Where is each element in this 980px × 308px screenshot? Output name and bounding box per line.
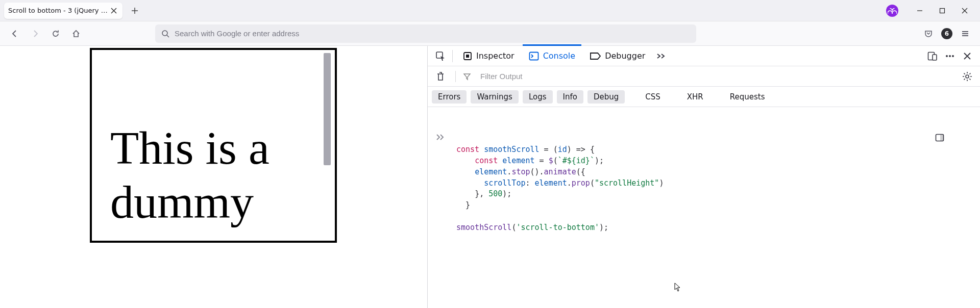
kebab-menu-button[interactable] [942,48,958,64]
svg-rect-13 [940,134,944,141]
dummy-text: This is a dummy [110,50,316,229]
chip-debug[interactable]: Debug [587,90,625,104]
tabs-overflow-button[interactable] [653,48,669,64]
responsive-mode-button[interactable] [925,48,940,64]
extensions-count-badge[interactable]: 6 [941,28,952,39]
debugger-icon [590,52,601,60]
chip-info[interactable]: Info [557,90,583,104]
browser-navbar: 6 [0,21,980,46]
tab-console[interactable]: Console [523,46,582,66]
window-close-button[interactable] [953,3,976,18]
svg-point-10 [952,55,954,57]
tab-debugger[interactable]: Debugger [583,46,651,66]
svg-point-11 [966,75,969,78]
window-tabbar: Scroll to bottom - 3 (jQuery smooth [0,0,980,21]
account-badge[interactable] [886,5,898,17]
chip-logs[interactable]: Logs [523,90,553,104]
clear-console-button[interactable] [433,69,448,84]
tab-inspector-label: Inspector [476,51,514,61]
devtools-tabs: Inspector Console Debugger [428,46,980,66]
home-button[interactable] [68,26,84,41]
browser-tab[interactable]: Scroll to bottom - 3 (jQuery smooth [4,3,122,19]
console-filter-input[interactable] [479,70,952,83]
chip-errors[interactable]: Errors [432,90,467,104]
close-tab-icon[interactable] [109,6,118,15]
url-bar[interactable] [155,24,696,43]
console-input-code[interactable]: const smoothScroll = (id) => { const ele… [456,144,972,233]
window-maximize-button[interactable] [931,3,953,18]
svg-point-8 [946,55,948,57]
tab-console-label: Console [543,51,576,61]
console-icon [529,52,539,61]
editor-toggle-button[interactable] [935,111,972,164]
svg-rect-4 [466,55,469,58]
devtools-panel: Inspector Console Debugger [428,46,980,308]
console-settings-button[interactable] [960,69,975,84]
chip-warnings[interactable]: Warnings [471,90,519,104]
svg-point-1 [162,31,167,36]
console-category-bar: Errors Warnings Logs Info Debug CSS XHR … [428,87,980,107]
search-icon [161,30,169,38]
svg-point-9 [949,55,951,57]
tab-debugger-label: Debugger [605,51,645,61]
save-to-pocket-button[interactable] [921,26,936,41]
main-split: This is a dummy Inspector Con [0,46,980,308]
new-tab-button[interactable] [128,4,142,18]
svg-rect-7 [933,55,937,60]
forward-button[interactable] [28,26,43,41]
scrollbox[interactable]: This is a dummy [92,50,335,241]
console-body[interactable]: const smoothScroll = (id) => { const ele… [428,107,980,308]
svg-rect-0 [940,8,945,13]
reload-button[interactable] [48,26,63,41]
chip-xhr[interactable]: XHR [681,90,709,104]
svg-rect-5 [529,52,538,60]
back-button[interactable] [7,26,22,41]
chip-css[interactable]: CSS [639,90,667,104]
element-picker-button[interactable] [433,48,448,64]
window-minimize-button[interactable] [909,3,931,18]
mouse-cursor-icon [674,260,711,308]
funnel-icon [463,72,472,81]
scrollbox-container: This is a dummy [90,48,337,243]
url-input[interactable] [175,29,690,38]
console-filterbar [428,66,980,87]
scrollbar-thumb[interactable] [324,53,331,165]
console-prompt-icon [436,111,473,163]
chip-requests[interactable]: Requests [724,90,771,104]
tab-title: Scroll to bottom - 3 (jQuery smooth [8,7,109,14]
tab-inspector[interactable]: Inspector [457,46,521,66]
app-menu-button[interactable] [958,26,973,41]
page-viewport: This is a dummy [0,46,427,308]
close-devtools-button[interactable] [960,48,975,64]
inspector-icon [463,52,472,61]
